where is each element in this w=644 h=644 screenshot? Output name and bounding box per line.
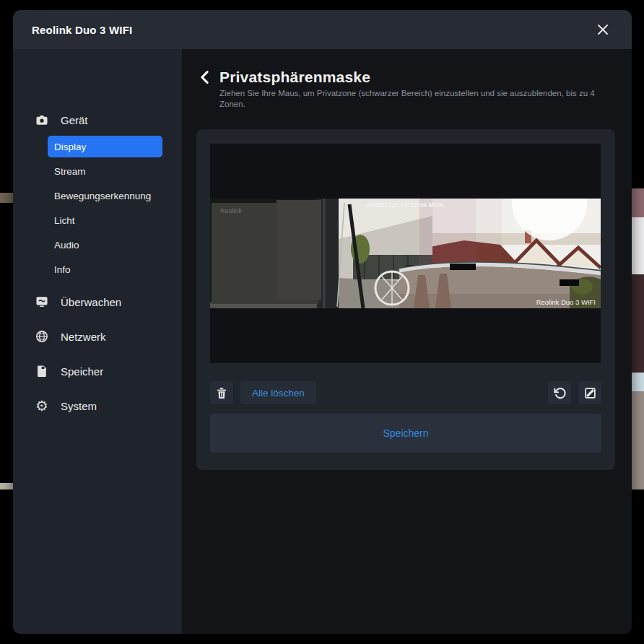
- background-underlay: [0, 483, 13, 489]
- aspect-ratio-icon: [583, 386, 597, 400]
- camera-icon: [35, 113, 49, 127]
- sidebar-item-system[interactable]: ⚙ System: [13, 388, 182, 423]
- save-button[interactable]: Speichern: [210, 414, 601, 453]
- camera-preview-image: Reolink 03/02/2025 15:17:49 MON Reolink …: [210, 199, 601, 308]
- privacy-mask-bar[interactable]: [450, 264, 476, 270]
- background-underlay: [631, 391, 644, 489]
- page-title: Privatsphärenmaske: [219, 69, 370, 86]
- sidebar-item-audio[interactable]: Audio: [48, 234, 162, 256]
- chevron-left-icon: [199, 69, 210, 85]
- page-description: Ziehen Sie Ihre Maus, um Privatzone (sch…: [219, 88, 618, 110]
- back-button[interactable]: [198, 69, 211, 85]
- close-button[interactable]: [593, 19, 613, 40]
- background-underlay: [631, 373, 644, 391]
- sidebar-item-netzwerk[interactable]: Netzwerk: [13, 319, 182, 354]
- close-icon: [596, 23, 609, 36]
- device-sub-menu: Display Stream Bewegungserkennung Licht …: [13, 136, 182, 280]
- sidebar-item-display[interactable]: Display: [48, 136, 162, 157]
- gear-icon: ⚙: [35, 399, 49, 413]
- mask-toolbar: Alle löschen: [210, 381, 601, 404]
- rotate-ccw-icon: [553, 386, 567, 400]
- globe-icon: [35, 329, 49, 344]
- screen: Reolink Duo 3 WIFI Ger: [0, 0, 644, 644]
- settings-modal: Reolink Duo 3 WIFI Ger: [13, 10, 632, 634]
- page-header: Privatsphärenmaske: [182, 49, 632, 86]
- sidebar-item-bewegungserkennung[interactable]: Bewegungserkennung: [48, 185, 162, 206]
- mask-editor-panel: Reolink 03/02/2025 15:17:49 MON Reolink …: [196, 129, 615, 470]
- sidebar-item-label: Überwachen: [61, 296, 121, 308]
- osd-timestamp: 03/02/2025 15:17:49 MON: [366, 201, 443, 209]
- sidebar-item-info[interactable]: Info: [48, 258, 162, 280]
- background-underlay: [631, 217, 644, 274]
- aspect-ratio-button[interactable]: [578, 381, 601, 404]
- mask-drawing-canvas[interactable]: Reolink 03/02/2025 15:17:49 MON Reolink …: [210, 144, 601, 363]
- delete-all-button[interactable]: Alle löschen: [240, 381, 316, 404]
- background-underlay: [631, 188, 644, 217]
- sidebar-item-speicher[interactable]: Speicher: [13, 354, 182, 388]
- modal-body: Gerät Display Stream Bewegungserkennung …: [13, 49, 632, 634]
- monitor-icon: [35, 295, 49, 309]
- modal-title: Reolink Duo 3 WIFI: [32, 24, 132, 36]
- refresh-button[interactable]: [548, 381, 571, 404]
- background-underlay: [0, 193, 13, 203]
- sidebar-item-geraet[interactable]: Gerät: [13, 111, 182, 129]
- modal-titlebar: Reolink Duo 3 WIFI: [13, 10, 632, 49]
- privacy-mask-bar[interactable]: [560, 279, 579, 286]
- trash-icon: [215, 386, 228, 400]
- osd-watermark-top-left: Reolink: [220, 207, 243, 214]
- sidebar-item-label: Gerät: [61, 114, 88, 126]
- sidebar-item-stream[interactable]: Stream: [48, 160, 162, 182]
- background-underlay: [631, 274, 644, 373]
- sidebar-item-label: Speicher: [61, 365, 103, 378]
- sidebar-item-label: System: [61, 400, 97, 412]
- main-content: Privatsphärenmaske Ziehen Sie Ihre Maus,…: [182, 49, 632, 634]
- osd-watermark-bottom-right: Reolink Duo 3 WIFI: [536, 298, 596, 306]
- storage-icon: [35, 364, 49, 378]
- sidebar: Gerät Display Stream Bewegungserkennung …: [13, 49, 182, 634]
- delete-zone-button[interactable]: [210, 381, 233, 404]
- sidebar-item-label: Netzwerk: [61, 331, 106, 343]
- sidebar-item-licht[interactable]: Licht: [48, 209, 162, 231]
- sidebar-item-ueberwachen[interactable]: Überwachen: [13, 284, 182, 319]
